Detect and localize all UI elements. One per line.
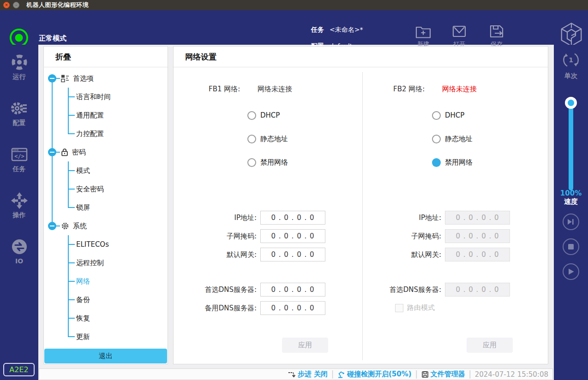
tree-item-mode[interactable]: 模式 bbox=[44, 161, 168, 180]
tree-item-password[interactable]: 密码 bbox=[44, 143, 168, 161]
tree-item-safety-password[interactable]: 安全密码 bbox=[44, 180, 168, 198]
single-cycle-count: 1 bbox=[561, 50, 581, 70]
sidebar-item-run[interactable]: 运行 bbox=[0, 53, 38, 81]
fb1-radio-static[interactable]: 静态地址 bbox=[247, 134, 288, 144]
radio-icon[interactable] bbox=[247, 111, 256, 120]
titlebar: ✕ – 机器人图形化编程环境 bbox=[0, 0, 588, 10]
file-manager-button[interactable]: 文件管理器 bbox=[421, 370, 465, 379]
radio-label: 静态地址 bbox=[260, 135, 288, 143]
run-icon bbox=[10, 53, 29, 71]
app-window: ✕ – 机器人图形化编程环境 正常模式 任务 <未命名>* 配置 default… bbox=[0, 0, 588, 380]
collapse-toggle-icon[interactable] bbox=[48, 222, 56, 230]
fb2-gateway-input[interactable]: 0 . 0 . 0 . 0 bbox=[445, 248, 510, 261]
tree-item-language-time[interactable]: 语言和时间 bbox=[44, 88, 168, 106]
collapse-toggle-icon[interactable] bbox=[48, 74, 56, 83]
radio-selected-icon[interactable] bbox=[432, 158, 441, 167]
speed-slider-handle[interactable] bbox=[565, 97, 577, 109]
close-window-icon[interactable]: ✕ bbox=[3, 2, 10, 8]
robot-model-badge[interactable]: A2E2 bbox=[3, 363, 35, 376]
network-settings-panel: 网络设置 FB1 网络: 网络未连接 DHCP 静态地址 禁用网络 IP地址: … bbox=[173, 46, 548, 364]
mode-label: 正常模式 bbox=[39, 34, 66, 43]
radio-icon[interactable] bbox=[247, 158, 256, 167]
tree-item-elitecos[interactable]: ELITECOs bbox=[44, 235, 168, 254]
save-task-button[interactable]: 保存 bbox=[481, 24, 512, 48]
play-button[interactable] bbox=[563, 263, 579, 280]
file-manager-icon bbox=[421, 371, 429, 378]
tree-item-general-config[interactable]: 通用配置 bbox=[44, 106, 168, 125]
tree-item-system[interactable]: 系统 bbox=[44, 217, 168, 235]
tree-item-update[interactable]: 更新 bbox=[44, 327, 168, 346]
fb2-mask-row: 子网掩码: 0 . 0 . 0 . 0 bbox=[174, 229, 510, 243]
collision-detection-status[interactable]: 碰撞检测开启(50%) bbox=[337, 370, 412, 379]
fb2-ip-row: IP地址: 0 . 0 . 0 . 0 bbox=[174, 211, 510, 225]
field-label: 首选DNS服务器: bbox=[358, 285, 445, 294]
field-label: 子网掩码: bbox=[358, 232, 445, 241]
sidebar-item-operate[interactable]: 操作 bbox=[0, 191, 38, 220]
sidebar-item-config[interactable]: 配置 bbox=[0, 99, 38, 127]
exit-button[interactable]: 退出 bbox=[44, 349, 167, 363]
io-swap-icon bbox=[10, 238, 29, 256]
step-arrow-icon bbox=[288, 371, 296, 378]
tree-item-network[interactable]: 网络 bbox=[44, 272, 168, 291]
collapse-toggle-icon[interactable] bbox=[48, 148, 56, 156]
radio-icon[interactable] bbox=[432, 111, 441, 120]
tree-panel-title[interactable]: 折叠 bbox=[44, 47, 168, 67]
move-arrows-icon bbox=[10, 191, 29, 210]
fb2-name-label: FB2 网络: bbox=[393, 85, 425, 94]
sidebar-item-io[interactable]: IO bbox=[0, 238, 38, 265]
tree-item-preferences[interactable]: 首选项 bbox=[44, 69, 168, 88]
tree-item-backup[interactable]: 备份 bbox=[44, 291, 168, 309]
radio-icon[interactable] bbox=[432, 135, 441, 143]
tree-item-label: 更新 bbox=[76, 332, 90, 341]
fb2-ip-input[interactable]: 0 . 0 . 0 . 0 bbox=[445, 211, 510, 225]
skip-next-icon bbox=[567, 219, 575, 225]
radio-label: 禁用网络 bbox=[260, 158, 288, 167]
tree-item-remote-control[interactable]: 远程控制 bbox=[44, 254, 168, 272]
fb1-radio-disable[interactable]: 禁用网络 bbox=[247, 157, 288, 167]
open-task-button[interactable]: 打开 bbox=[444, 24, 474, 48]
tree-item-label: 首选项 bbox=[73, 74, 94, 83]
fb2-apply-button[interactable]: 应用 bbox=[467, 338, 513, 353]
fb2-router-mode-checkbox[interactable]: 路由模式 bbox=[395, 303, 435, 312]
fb1-radio-dhcp[interactable]: DHCP bbox=[247, 110, 280, 120]
step-mode-status[interactable]: 步进 关闭 bbox=[288, 370, 328, 379]
tree-item-force-control[interactable]: 力控配置 bbox=[44, 125, 168, 143]
window-title: 机器人图形化编程环境 bbox=[26, 1, 89, 9]
sidebar-item-task[interactable]: </> 任务 bbox=[0, 145, 38, 173]
checkbox-icon[interactable] bbox=[395, 304, 403, 312]
task-label: 任务 bbox=[311, 26, 324, 34]
tree-item-label: 远程控制 bbox=[76, 259, 104, 267]
stop-button[interactable] bbox=[563, 238, 579, 255]
minimize-window-icon[interactable]: – bbox=[13, 2, 19, 8]
tree-item-lock-screen[interactable]: 锁屏 bbox=[44, 198, 168, 217]
tree-item-restore[interactable]: 恢复 bbox=[44, 309, 168, 327]
play-icon bbox=[568, 268, 574, 275]
radio-icon[interactable] bbox=[247, 135, 256, 143]
fb2-status: 网络未连接 bbox=[442, 85, 477, 94]
status-separator: │ bbox=[330, 370, 335, 379]
speed-slider-track[interactable] bbox=[569, 99, 573, 190]
stop-icon bbox=[568, 244, 574, 249]
sidebar-item-label: IO bbox=[0, 257, 38, 265]
header-bar: 正常模式 任务 <未命名>* 配置 default 新建 打开 保存 bbox=[0, 10, 588, 45]
sidebar-item-label: 运行 bbox=[0, 73, 38, 81]
fb2-radio-dhcp[interactable]: DHCP bbox=[432, 110, 464, 120]
fb2-dns1-input[interactable]: 0 . 0 . 0 . 0 bbox=[445, 283, 510, 297]
fb1-apply-button[interactable]: 应用 bbox=[282, 338, 328, 353]
status-separator: │ bbox=[414, 370, 419, 379]
field-label: IP地址: bbox=[358, 214, 445, 222]
tree-item-label: 密码 bbox=[72, 148, 86, 157]
single-run-button[interactable]: 1 bbox=[561, 50, 581, 70]
sidebar-item-label: 配置 bbox=[0, 119, 38, 127]
new-task-button[interactable]: 新建 bbox=[408, 24, 438, 48]
fb2-radio-static[interactable]: 静态地址 bbox=[432, 134, 473, 144]
speed-label: 速度 bbox=[554, 197, 588, 206]
fb2-mask-input[interactable]: 0 . 0 . 0 . 0 bbox=[445, 229, 510, 243]
fb2-radio-disable[interactable]: 禁用网络 bbox=[432, 157, 473, 167]
tree-item-label: 力控配置 bbox=[76, 130, 104, 138]
fb1-status: 网络未连接 bbox=[258, 85, 292, 94]
tree-item-label: 安全密码 bbox=[76, 185, 104, 194]
step-next-button[interactable] bbox=[563, 214, 579, 230]
fb1-dns2-input[interactable]: 0 . 0 . 0 . 0 bbox=[260, 301, 325, 315]
tree-item-label: 系统 bbox=[73, 222, 87, 231]
